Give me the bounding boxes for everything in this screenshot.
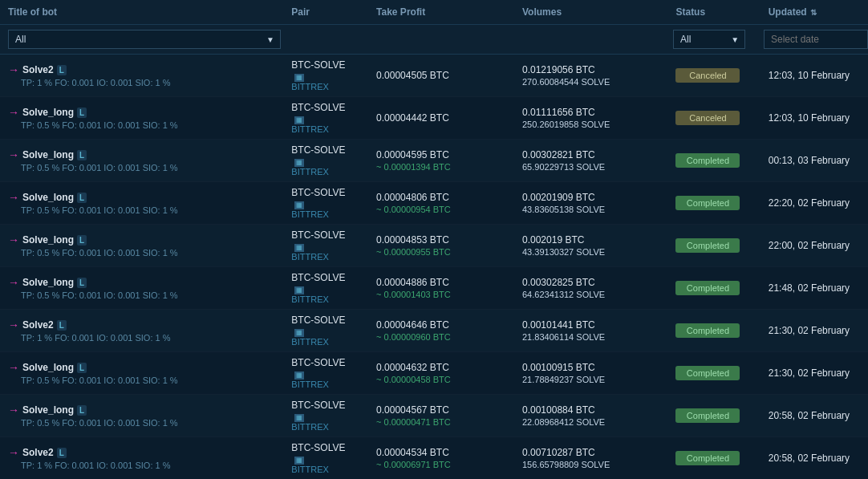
updated-cell: 21:30, 02 February xyxy=(761,367,868,379)
pair-chart-icon: ▦ xyxy=(294,201,304,209)
bot-params: TP: 0.5 % FO: 0.001 IO: 0.001 SIO: 1 % xyxy=(21,290,275,300)
bot-label: L xyxy=(77,235,87,246)
table-row[interactable]: → Solve_long L TP: 0.5 % FO: 0.001 IO: 0… xyxy=(0,352,868,395)
volumes-cell: 0.00201909 BTC 43.83605138 SOLVE xyxy=(514,192,667,214)
updated-cell: 20:58, 02 February xyxy=(761,410,868,421)
header-pair: Pair xyxy=(283,6,368,18)
bot-filter-select[interactable]: All xyxy=(8,30,281,49)
pair-name: BTC-SOLVE ▦ xyxy=(291,59,360,82)
exchange-name: BITTREX xyxy=(291,124,360,134)
pair-chart-icon: ▦ xyxy=(294,329,304,337)
pair-chart-icon: ▦ xyxy=(294,159,304,167)
profit-cell: 0.00004806 BTC ~ 0.00000954 BTC xyxy=(368,192,514,214)
bot-name: → Solve_long L xyxy=(8,191,275,204)
exchange-name: BITTREX xyxy=(291,337,360,347)
bot-title: Solve2 xyxy=(22,447,54,458)
status-badge: Completed xyxy=(675,281,740,295)
table-row[interactable]: → Solve2 L TP: 1 % FO: 0.001 IO: 0.001 S… xyxy=(0,437,868,479)
exchange-name: BITTREX xyxy=(291,380,360,389)
table-row[interactable]: → Solve_long L TP: 0.5 % FO: 0.001 IO: 0… xyxy=(0,140,868,182)
pair-chart-icon: ▦ xyxy=(294,244,304,252)
bot-title: Solve_long xyxy=(22,404,74,416)
pair-name: BTC-SOLVE ▦ xyxy=(291,400,360,422)
profit-approx: ~ 0.00000955 BTC xyxy=(376,247,506,257)
status-badge: Canceled xyxy=(675,111,740,125)
bot-name: → Solve_long L xyxy=(8,276,275,289)
volumes-cell: 0.00302825 BTC 64.62341312 SOLVE xyxy=(514,277,667,299)
bot-direction-icon: → xyxy=(8,446,19,459)
pair-cell: BTC-SOLVE ▦ BITTREX xyxy=(283,357,368,389)
table-row[interactable]: → Solve_long L TP: 0.5 % FO: 0.001 IO: 0… xyxy=(0,97,868,140)
pair-chart-icon: ▦ xyxy=(294,74,304,82)
exchange-name: BITTREX xyxy=(291,167,360,177)
bot-direction-icon: → xyxy=(8,63,19,76)
pair-name: BTC-SOLVE ▦ xyxy=(291,315,360,337)
volumes-cell: 0.002019 BTC 43.39130327 SOLVE xyxy=(514,234,667,257)
bot-title: Solve2 xyxy=(22,319,54,331)
updated-time: 22:00, 02 February xyxy=(769,240,860,251)
updated-cell: 20:58, 02 February xyxy=(761,453,868,464)
bot-params: TP: 0.5 % FO: 0.001 IO: 0.001 SIO: 1 % xyxy=(21,248,275,258)
table-row[interactable]: → Solve_long L TP: 0.5 % FO: 0.001 IO: 0… xyxy=(0,225,868,267)
profit-value: 0.00004853 BTC xyxy=(376,234,506,246)
bot-cell: → Solve_long L TP: 0.5 % FO: 0.001 IO: 0… xyxy=(0,404,283,428)
status-badge: Completed xyxy=(675,196,740,210)
bot-direction-icon: → xyxy=(8,106,19,119)
status-cell: Completed xyxy=(667,366,760,380)
table-row[interactable]: → Solve2 L TP: 1 % FO: 0.001 IO: 0.001 S… xyxy=(0,55,868,97)
updated-cell: 21:48, 02 February xyxy=(761,282,868,294)
bot-direction-icon: → xyxy=(8,276,19,289)
updated-time: 12:03, 10 February xyxy=(769,70,860,81)
status-filter-wrapper: All ▼ xyxy=(673,30,745,49)
table-row[interactable]: → Solve_long L TP: 0.5 % FO: 0.001 IO: 0… xyxy=(0,395,868,437)
profit-cell: 0.00004567 BTC ~ 0.00000471 BTC xyxy=(368,404,514,427)
bot-name: → Solve2 L xyxy=(8,63,275,76)
header-updated: Updated ⇅ xyxy=(761,6,868,18)
volume-sub: 21.78849237 SOLVE xyxy=(522,375,659,384)
status-filter-select[interactable]: All xyxy=(673,30,745,49)
exchange-name: BITTREX xyxy=(291,465,360,474)
pair-cell: BTC-SOLVE ▦ BITTREX xyxy=(283,400,368,432)
date-filter-input[interactable] xyxy=(764,30,868,49)
profit-cell: 0.00004632 BTC ~ 0.00000458 BTC xyxy=(368,362,514,384)
bot-name: → Solve_long L xyxy=(8,404,275,416)
volume-sub: 250.26019858 SOLVE xyxy=(522,120,659,129)
volume-main: 0.00710287 BTC xyxy=(522,447,659,458)
bot-cell: → Solve2 L TP: 1 % FO: 0.001 IO: 0.001 S… xyxy=(0,446,283,470)
bot-title: Solve_long xyxy=(22,362,74,373)
volume-sub: 43.39130327 SOLVE xyxy=(522,247,659,257)
header-volumes: Volumes xyxy=(514,6,667,18)
bot-label: L xyxy=(77,405,87,416)
pair-cell: BTC-SOLVE ▦ BITTREX xyxy=(283,442,368,474)
profit-value: 0.00004505 BTC xyxy=(376,70,506,81)
volumes-cell: 0.00710287 BTC 156.65798809 SOLVE xyxy=(514,447,667,469)
volume-main: 0.00100884 BTC xyxy=(522,404,659,416)
bot-name: → Solve2 L xyxy=(8,319,275,331)
status-cell: Canceled xyxy=(667,68,760,83)
profit-cell: 0.00004595 BTC ~ 0.00001394 BTC xyxy=(368,149,514,172)
bot-direction-icon: → xyxy=(8,319,19,331)
bot-params: TP: 0.5 % FO: 0.001 IO: 0.001 SIO: 1 % xyxy=(21,205,275,215)
table-row[interactable]: → Solve_long L TP: 0.5 % FO: 0.001 IO: 0… xyxy=(0,267,868,310)
table-row[interactable]: → Solve2 L TP: 1 % FO: 0.001 IO: 0.001 S… xyxy=(0,310,868,352)
updated-time: 20:58, 02 February xyxy=(769,410,860,421)
table-row[interactable]: → Solve_long L TP: 0.5 % FO: 0.001 IO: 0… xyxy=(0,182,868,225)
filter-row: All ▼ All ▼ xyxy=(0,25,868,55)
header-status: Status xyxy=(667,6,760,18)
updated-cell: 22:00, 02 February xyxy=(761,240,868,251)
profit-approx: ~ 0.00001394 BTC xyxy=(376,162,506,172)
bot-cell: → Solve2 L TP: 1 % FO: 0.001 IO: 0.001 S… xyxy=(0,319,283,343)
bot-title: Solve2 xyxy=(22,64,54,75)
updated-time: 20:58, 02 February xyxy=(769,453,860,464)
bot-title: Solve_long xyxy=(22,192,74,203)
pair-name: BTC-SOLVE ▦ xyxy=(291,102,360,124)
status-filter-cell: All ▼ xyxy=(665,30,756,49)
status-badge: Completed xyxy=(675,153,740,168)
status-badge: Completed xyxy=(675,238,740,253)
volume-main: 0.00100915 BTC xyxy=(522,362,659,373)
profit-approx: ~ 0.00001403 BTC xyxy=(376,290,506,299)
bot-label: L xyxy=(77,193,87,203)
status-badge: Completed xyxy=(675,323,740,338)
bot-label: L xyxy=(57,65,67,75)
profit-cell: 0.00004505 BTC xyxy=(368,70,514,81)
